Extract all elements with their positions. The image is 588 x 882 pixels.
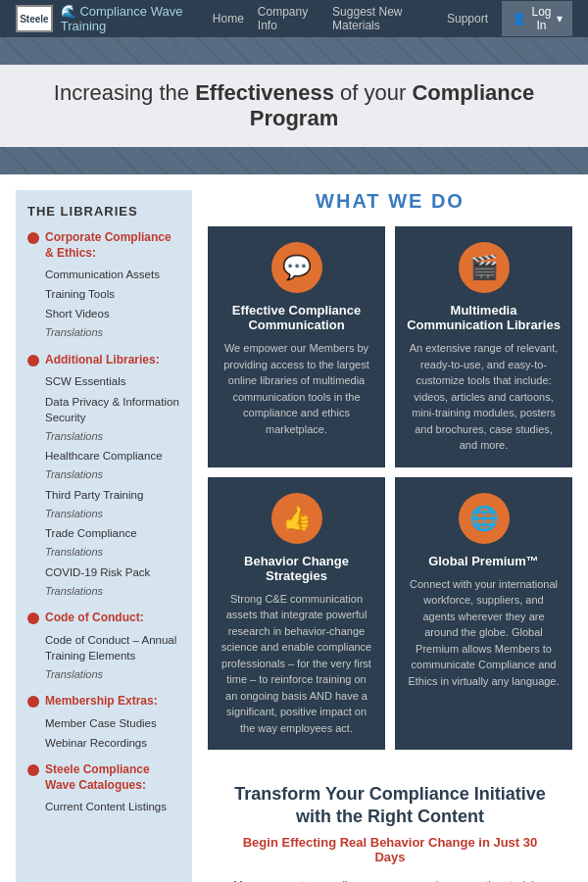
sidebar-item-content-listings[interactable]: Current Content Listings [27,797,180,816]
hero-highlight1: Effectiveness [195,80,334,105]
sidebar-section-label-code: Code of Conduct: [45,611,144,626]
card-icon-film: 🎬 [459,242,510,293]
card-effective: 💬 Effective Compliance Communication We … [208,226,385,467]
cards-grid: 💬 Effective Compliance Communication We … [208,226,572,750]
sidebar-section-label-catalogues: Steele Compliance Wave Catalogues: [45,762,180,793]
nav-suggest[interactable]: Suggest New Materials [332,5,433,32]
sidebar: THE LIBRARIES Corporate Compliance & Eth… [16,190,192,882]
transform-section: Transform Your Compliance Initiative wit… [208,767,572,882]
main-nav: Home Company Info Suggest New Materials … [213,1,572,36]
card-behavior: 👍 Behavior Change Strategies Strong C&E … [208,477,385,751]
sidebar-item-translations-7[interactable]: Translations [27,665,180,684]
card-multimedia: 🎬 Multimedia Communication Libraries An … [395,226,572,467]
sidebar-section-corporate: Corporate Compliance & Ethics: [27,230,180,261]
card-body-effective: We empower our Members by providing acce… [220,340,373,437]
sidebar-item-translations-5[interactable]: Translations [27,543,180,562]
sidebar-item-data-privacy[interactable]: Data Privacy & Information Security [27,392,180,427]
sidebar-item-code-annual[interactable]: Code of Conduct – Annual Training Elemen… [27,630,180,665]
main-layout: THE LIBRARIES Corporate Compliance & Eth… [0,174,588,882]
sidebar-item-short-videos[interactable]: Short Videos [27,304,180,323]
sidebar-section-label-corporate: Corporate Compliance & Ethics: [45,230,180,261]
sidebar-section-membership: Membership Extras: [27,694,180,710]
sidebar-section-label-membership: Membership Extras: [45,694,158,710]
sidebar-section-additional: Additional Libraries: [27,353,180,368]
sidebar-item-translations-1[interactable]: Translations [27,323,180,342]
sidebar-item-translations-6[interactable]: Translations [27,582,180,601]
card-body-global: Connect with your international workforc… [407,576,561,690]
hero-middle: of your [334,80,412,105]
card-title-multimedia: Multimedia Communication Libraries [407,303,561,332]
nav-company[interactable]: Company Info [258,5,318,32]
card-body-behavior: Strong C&E communication assets that int… [220,591,373,737]
main-content: WHAT WE DO 💬 Effective Compliance Commun… [208,190,572,882]
nav-home[interactable]: Home [213,12,244,25]
what-we-do-title: WHAT WE DO [208,190,572,213]
header-brand: Steele 🌊 Compliance Wave Training [16,4,213,33]
card-title-global: Global Premium™ [407,554,561,568]
hero-prefix: Increasing the [54,80,195,105]
sidebar-item-covid[interactable]: COVID-19 Risk Pack [27,563,180,582]
sidebar-item-translations-2[interactable]: Translations [27,427,180,446]
hero-section: Increasing the Effectiveness of your Com… [0,37,588,174]
card-title-behavior: Behavior Change Strategies [220,554,373,583]
sidebar-item-translations-3[interactable]: Translations [27,466,180,484]
sidebar-item-training-tools[interactable]: Training Tools [27,284,180,304]
transform-title: Transform Your Compliance Initiative wit… [227,783,553,829]
card-icon-chat: 💬 [271,242,322,293]
sidebar-item-webinars[interactable]: Webinar Recordings [27,733,180,753]
card-global: 🌐 Global Premium™ Connect with your inte… [395,477,572,751]
sidebar-item-third-party[interactable]: Third Party Training [27,485,180,505]
hero-banner: Increasing the Effectiveness of your Com… [0,65,588,147]
sidebar-section-label-additional: Additional Libraries: [45,353,160,368]
sidebar-item-trade[interactable]: Trade Compliance [27,523,180,543]
sidebar-dot-4 [27,696,39,708]
card-title-effective: Effective Compliance Communication [220,303,373,332]
sidebar-title: THE LIBRARIES [27,204,180,219]
sidebar-section-code: Code of Conduct: [27,611,180,626]
logo-text: Steele [20,14,48,24]
card-body-multimedia: An extensive range of relevant, ready-to… [407,340,561,454]
nav-support[interactable]: Support [447,12,488,25]
card-icon-thumbsup: 👍 [271,493,322,544]
login-button[interactable]: 👤 Log In ▾ [502,1,572,36]
sidebar-section-catalogues: Steele Compliance Wave Catalogues: [27,762,180,793]
logo: Steele [16,5,53,32]
sidebar-item-comm-assets[interactable]: Communication Assets [27,265,180,284]
sidebar-dot-2 [27,355,39,367]
transform-body: Many corporate compliance programs rely … [227,876,553,882]
sidebar-item-scw[interactable]: SCW Essentials [27,371,180,391]
sidebar-dot [27,232,39,244]
sidebar-dot-5 [27,764,39,776]
transform-subtitle: Begin Effecting Real Behavior Change in … [227,835,553,864]
sidebar-item-healthcare[interactable]: Healthcare Compliance [27,446,180,466]
sidebar-item-case-studies[interactable]: Member Case Studies [27,713,180,733]
sidebar-item-translations-4[interactable]: Translations [27,505,180,523]
sidebar-dot-3 [27,612,39,624]
site-header: Steele 🌊 Compliance Wave Training Home C… [0,0,588,37]
brand-name: 🌊 Compliance Wave Training [61,4,213,33]
card-icon-globe: 🌐 [459,493,510,544]
